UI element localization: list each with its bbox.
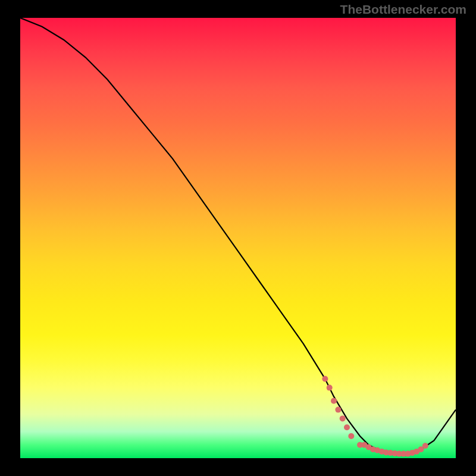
watermark-text: TheBottlenecker.com [340, 2, 466, 17]
marker-dot [422, 443, 428, 449]
marker-dot [327, 385, 333, 391]
marker-dot [340, 415, 346, 421]
bottleneck-curve [20, 18, 456, 454]
plot-area [20, 18, 456, 458]
marker-dot [348, 433, 354, 439]
marker-dot [335, 407, 341, 413]
marker-dot [344, 424, 350, 430]
chart-container: TheBottlenecker.com [0, 0, 476, 476]
bottleneck-curve-svg [20, 18, 456, 458]
marker-dot [322, 376, 328, 382]
curve-group [20, 18, 456, 454]
dots-group [322, 376, 428, 457]
marker-dot [331, 398, 337, 404]
